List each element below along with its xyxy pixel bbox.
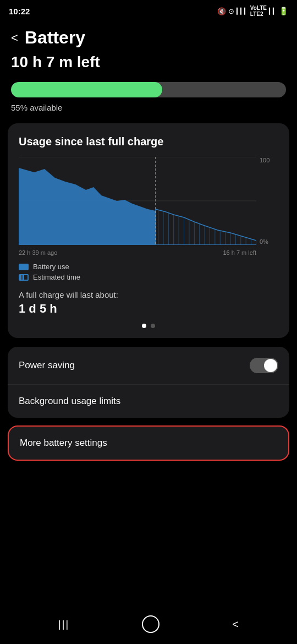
battery-icon: 🔋 bbox=[279, 7, 288, 15]
status-bar: 10:22 🔇 ⊙ ▎▎▎ VoLTELTE2 ▎▎ 🔋 bbox=[0, 0, 297, 20]
page-title: Battery bbox=[25, 28, 85, 48]
power-saving-item[interactable]: Power saving bbox=[8, 347, 289, 385]
battery-remaining: 10 h 7 m left bbox=[0, 53, 297, 78]
power-saving-toggle[interactable] bbox=[250, 358, 278, 373]
battery-chart: 100 0% bbox=[19, 157, 278, 245]
legend-battery-use: Battery use bbox=[19, 263, 278, 271]
background-usage-item[interactable]: Background usage limits bbox=[8, 385, 289, 418]
more-settings-section[interactable]: More battery settings bbox=[8, 425, 289, 461]
signal-icon: ▎▎▎ bbox=[237, 8, 248, 15]
svg-marker-3 bbox=[19, 168, 156, 245]
more-settings-label: More battery settings bbox=[20, 438, 107, 448]
pagination-dots bbox=[19, 324, 278, 328]
battery-progress-bar bbox=[11, 82, 286, 97]
back-nav-icon[interactable]: < bbox=[232, 618, 239, 631]
chart-x-labels: 22 h 39 m ago 16 h 7 m left bbox=[19, 249, 278, 256]
dot-2 bbox=[151, 324, 155, 328]
header: < Battery bbox=[0, 20, 297, 53]
home-icon[interactable] bbox=[142, 615, 160, 633]
back-button[interactable]: < bbox=[11, 31, 18, 45]
full-charge-value: 1 d 5 h bbox=[19, 302, 278, 316]
legend-estimated-time: Estimated time bbox=[19, 273, 278, 281]
settings-section: Power saving Background usage limits bbox=[8, 347, 289, 418]
power-saving-label: Power saving bbox=[19, 360, 75, 371]
chart-legend: Battery use Estimated time bbox=[19, 263, 278, 281]
wifi-icon: ⊙ bbox=[228, 7, 234, 15]
battery-progress-fill bbox=[11, 82, 162, 97]
svg-marker-4 bbox=[156, 209, 256, 245]
more-settings-item[interactable]: More battery settings bbox=[9, 427, 288, 460]
background-usage-label: Background usage limits bbox=[19, 396, 120, 407]
nav-bar: ||| < bbox=[0, 604, 297, 644]
recent-apps-icon[interactable]: ||| bbox=[58, 619, 69, 630]
usage-card: Usage since last full charge bbox=[8, 123, 289, 338]
full-charge-label: A full charge will last about: bbox=[19, 290, 278, 299]
battery-time-text: 10 h 7 m left bbox=[11, 53, 286, 73]
legend-battery-dot bbox=[19, 264, 29, 270]
dot-1 bbox=[142, 324, 146, 328]
available-text: 55% available bbox=[0, 101, 297, 119]
chart-y-labels: 100 0% bbox=[257, 157, 278, 245]
toggle-knob bbox=[264, 359, 277, 372]
usage-title: Usage since last full charge bbox=[19, 135, 278, 148]
chart-svg bbox=[19, 157, 256, 245]
legend-estimated-dot bbox=[19, 274, 29, 281]
status-icons: 🔇 ⊙ ▎▎▎ VoLTELTE2 ▎▎ 🔋 bbox=[217, 5, 288, 17]
mute-icon: 🔇 bbox=[217, 7, 226, 15]
lte-label: VoLTELTE2 bbox=[250, 5, 267, 17]
svg-marker-5 bbox=[156, 209, 256, 245]
signal2-icon: ▎▎ bbox=[269, 8, 277, 15]
status-time: 10:22 bbox=[9, 7, 30, 16]
